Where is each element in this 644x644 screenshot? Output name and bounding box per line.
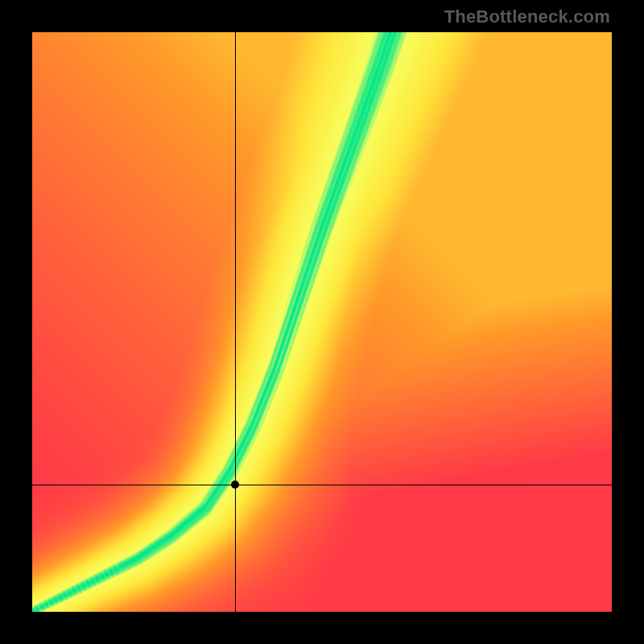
watermark-text: TheBottleneck.com — [444, 6, 610, 27]
chart-frame: TheBottleneck.com — [0, 0, 644, 644]
plot-area — [32, 32, 612, 612]
heatmap-canvas — [32, 32, 612, 612]
